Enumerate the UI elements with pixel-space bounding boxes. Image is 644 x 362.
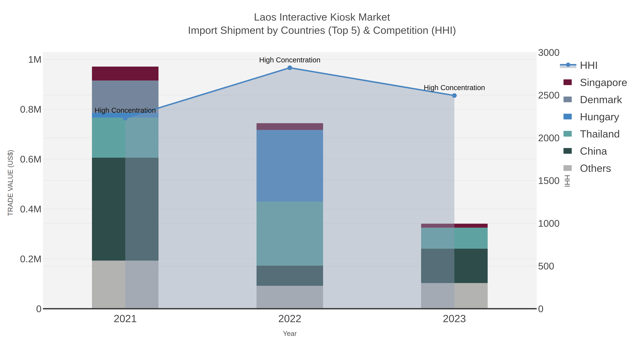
y-right-tick-1000: 1000 [538,218,560,229]
y-right-tick-1500: 1500 [538,175,560,186]
color-swatch-china [564,148,572,154]
chart-figure: Laos Interactive Kiosk Market Import Shi… [0,0,644,362]
legend-label: Thailand [580,128,620,140]
hhi-marker-icon [566,62,570,67]
y-right-tick-2000: 2000 [538,132,560,143]
legend-label: Others [580,162,611,174]
y-right-tick-3000: 3000 [538,47,560,58]
x-axis-title: Year [43,330,537,338]
hhi-marker-2021[interactable] [123,116,128,120]
y-left-tick-1M: 1M [28,54,42,65]
color-swatch-hungary [564,114,572,119]
legend-swatch-icon [559,113,577,120]
legend-item-thailand[interactable]: Thailand [559,125,627,142]
legend: HHISingaporeDenmarkHungaryThailandChinaO… [559,56,627,177]
legend-label: China [580,145,607,157]
legend-item-singapore[interactable]: Singapore [559,74,627,91]
legend-swatch-icon [559,130,577,137]
color-swatch-singapore [564,79,572,85]
color-swatch-thailand [564,131,572,137]
legend-swatch-icon [559,147,577,154]
legend-item-hungary[interactable]: Hungary [559,108,627,125]
x-tick-2023: 2023 [443,313,466,324]
legend-label: Singapore [580,76,627,88]
annotation-2022: High Concentration [259,56,320,64]
y-axis-title-left: TRADE VALUE (US$) [6,126,14,240]
y-left-tick-0.8M: 0.8M [20,104,42,115]
plot-canvas: 00.2M0.4M0.6M0.8M1M050010001500200025003… [0,0,644,362]
y-left-tick-0.4M: 0.4M [20,204,42,214]
legend-swatch-icon [559,96,577,103]
legend-item-china[interactable]: China [559,142,627,159]
hhi-area-fill [125,68,454,309]
legend-label: HHI [580,59,598,71]
annotation-2023: High Concentration [424,84,485,91]
bar-segment-2021-singapore[interactable] [92,66,158,80]
y-left-tick-0.6M: 0.6M [20,154,42,164]
legend-label: Hungary [580,111,619,123]
legend-label: Denmark [580,93,622,105]
hhi-marker-2023[interactable] [452,93,457,98]
color-swatch-denmark [564,96,572,102]
y-right-tick-2500: 2500 [538,90,560,100]
hhi-marker-2022[interactable] [288,65,292,70]
legend-item-denmark[interactable]: Denmark [559,91,627,108]
hhi-line-icon [559,61,577,69]
y-right-tick-0: 0 [538,303,544,314]
annotation-2021: High Concentration [95,106,156,114]
y-right-tick-500: 500 [538,261,554,271]
x-tick-2022: 2022 [278,313,301,324]
legend-item-others[interactable]: Others [559,159,627,177]
legend-swatch-icon [559,79,577,86]
color-swatch-others [564,165,572,171]
legend-swatch-icon [559,164,577,172]
legend-item-hhi[interactable]: HHI [559,56,627,74]
y-left-tick-0: 0 [36,303,42,314]
y-left-tick-0.2M: 0.2M [20,254,42,264]
x-tick-2021: 2021 [114,313,137,324]
